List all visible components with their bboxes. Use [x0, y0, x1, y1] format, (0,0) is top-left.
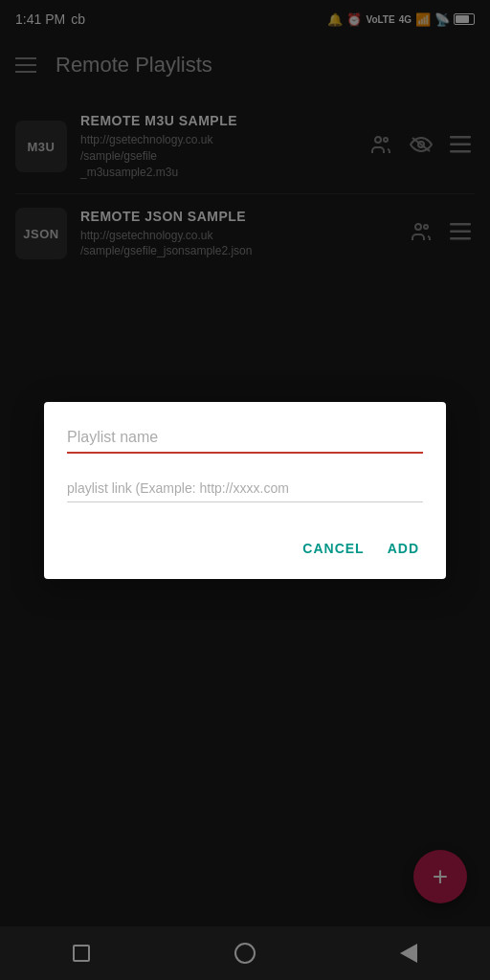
- cancel-button[interactable]: CANCEL: [299, 533, 368, 564]
- dialog-buttons: CANCEL ADD: [67, 525, 423, 564]
- add-button[interactable]: ADD: [384, 533, 423, 564]
- add-playlist-dialog: CANCEL ADD: [44, 402, 446, 579]
- playlist-link-input[interactable]: [67, 477, 423, 502]
- dialog-overlay: CANCEL ADD: [0, 0, 490, 980]
- playlist-name-input[interactable]: [67, 425, 423, 454]
- playlist-link-group: [67, 477, 423, 502]
- playlist-name-group: [67, 425, 423, 454]
